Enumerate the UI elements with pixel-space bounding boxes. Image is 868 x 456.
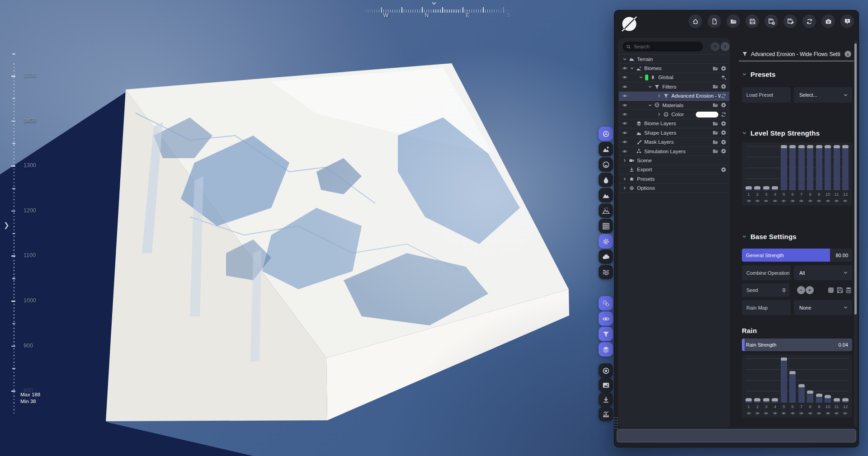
step-bar-11[interactable]	[834, 145, 840, 190]
chevron-down-icon[interactable]	[646, 85, 654, 89]
tree-row-materials[interactable]: Materials	[619, 101, 729, 110]
panel-resize-handle[interactable]	[614, 417, 618, 430]
chevron-right-icon[interactable]	[621, 177, 628, 181]
visibility-button[interactable]	[599, 311, 613, 326]
screenshot-button[interactable]	[821, 14, 835, 28]
water-waves-button[interactable]	[599, 265, 613, 279]
refresh-icon[interactable]	[721, 112, 726, 118]
visibility-eye-icon[interactable]	[621, 84, 628, 89]
tree-row-global[interactable]: Global	[619, 73, 729, 82]
step-visibility-eye-icon[interactable]	[772, 198, 778, 203]
seed-decrement-button[interactable]	[797, 286, 805, 294]
step-visibility-eye-icon[interactable]	[781, 411, 787, 416]
tree-row-mask-layers[interactable]: Mask Layers	[619, 138, 729, 147]
folder-icon[interactable]	[712, 130, 718, 136]
visibility-eye-icon[interactable]	[621, 66, 628, 71]
step-visibility-eye-icon[interactable]	[789, 198, 796, 203]
step-visibility-eye-icon[interactable]	[816, 198, 822, 203]
water-button[interactable]	[599, 173, 613, 187]
open-file-button[interactable]	[726, 14, 740, 28]
plus-icon[interactable]	[721, 139, 726, 145]
settings-scrollbar[interactable]	[854, 40, 857, 427]
step-bar-3[interactable]	[763, 398, 769, 403]
save-edit-button[interactable]	[783, 14, 797, 28]
step-bar-4[interactable]	[772, 186, 778, 190]
step-bar-5[interactable]	[781, 145, 787, 190]
step-visibility-eye-icon[interactable]	[763, 411, 769, 416]
statistics-button[interactable]	[599, 407, 613, 421]
step-visibility-eye-icon[interactable]	[745, 198, 752, 203]
chevron-right-icon[interactable]	[656, 94, 663, 98]
plus-icon[interactable]	[721, 66, 726, 71]
layers-button[interactable]	[599, 342, 613, 357]
chevron-right-icon[interactable]	[621, 158, 628, 163]
auto-settings-button[interactable]	[599, 296, 613, 310]
chevron-down-icon[interactable]	[621, 57, 628, 61]
randomize-seed-dice-icon[interactable]	[827, 287, 835, 294]
expand-left-panel-chevron[interactable]: ❯	[4, 221, 9, 229]
folder-icon[interactable]	[712, 148, 718, 154]
chevron-right-icon[interactable]	[656, 112, 663, 117]
visibility-eye-icon[interactable]	[621, 75, 628, 80]
step-visibility-eye-icon[interactable]	[834, 198, 840, 203]
tree-row-terrain[interactable]: Terrain	[619, 55, 729, 64]
tree-row-presets[interactable]: Presets	[619, 174, 729, 183]
step-bar-8[interactable]	[807, 145, 813, 190]
section-base-settings[interactable]: Base Settings	[742, 231, 797, 241]
tree-row-biome-layers[interactable]: Biome Layers	[619, 119, 729, 128]
planet-view-button[interactable]	[599, 157, 613, 172]
step-visibility-eye-icon[interactable]	[807, 411, 813, 416]
step-bar-11[interactable]	[834, 398, 840, 403]
save-seed-icon[interactable]	[836, 287, 844, 294]
search-input[interactable]: Search	[623, 42, 703, 52]
plus-icon[interactable]	[721, 148, 726, 154]
color-swatch[interactable]	[696, 112, 718, 118]
clouds-button[interactable]	[599, 249, 613, 264]
step-bar-10[interactable]	[825, 395, 831, 403]
terrain-detail-button[interactable]	[599, 203, 613, 218]
plus-icon[interactable]	[721, 84, 726, 89]
visibility-eye-icon[interactable]	[621, 149, 628, 154]
terrain-sky-button[interactable]	[599, 142, 613, 156]
step-bar-9[interactable]	[816, 145, 822, 190]
chevron-down-icon[interactable]	[637, 75, 645, 80]
seed-field[interactable]: Seed 0	[742, 283, 789, 297]
info-icon[interactable]	[844, 50, 852, 58]
step-visibility-eye-icon[interactable]	[842, 411, 849, 416]
step-bar-1[interactable]	[745, 398, 752, 403]
step-bar-4[interactable]	[772, 398, 778, 403]
new-file-button[interactable]	[708, 14, 721, 28]
folder-icon[interactable]	[712, 102, 718, 108]
step-bar-8[interactable]	[807, 390, 813, 403]
step-visibility-eye-icon[interactable]	[763, 198, 769, 203]
step-visibility-eye-icon[interactable]	[754, 411, 760, 416]
step-bar-7[interactable]	[798, 145, 805, 190]
plus-icon[interactable]	[721, 102, 726, 108]
refresh-icon[interactable]	[721, 93, 726, 99]
rain-strength-slider[interactable]: Rain Strength 0.04	[742, 338, 852, 351]
chevron-right-icon[interactable]	[621, 186, 628, 190]
rain-distribution-chart[interactable]: 123456789101112	[742, 355, 852, 418]
step-bar-2[interactable]	[754, 186, 760, 190]
tree-row-simulation-layers[interactable]: Simulation Layers	[619, 147, 729, 156]
step-visibility-eye-icon[interactable]	[754, 198, 760, 203]
visibility-eye-icon[interactable]	[621, 121, 628, 126]
step-visibility-eye-icon[interactable]	[834, 411, 840, 416]
visibility-eye-icon[interactable]	[621, 130, 628, 136]
plus-icon[interactable]	[721, 130, 726, 136]
seed-history-stack-icon[interactable]	[845, 287, 852, 294]
visibility-eye-icon[interactable]	[621, 103, 628, 108]
step-bar-5[interactable]	[781, 357, 787, 403]
folder-icon[interactable]	[712, 139, 718, 145]
filters-button[interactable]	[599, 327, 613, 341]
tree-row-options[interactable]: Options	[619, 183, 729, 193]
combine-operation-select[interactable]: All	[794, 265, 852, 280]
section-level-step-strengths[interactable]: Level Step Strengths	[742, 128, 820, 138]
step-bar-9[interactable]	[816, 394, 822, 403]
folder-icon[interactable]	[712, 84, 718, 89]
step-visibility-eye-icon[interactable]	[781, 198, 787, 203]
record-button[interactable]	[599, 363, 613, 378]
step-visibility-eye-icon[interactable]	[816, 411, 822, 416]
mountains-button[interactable]	[599, 188, 613, 202]
app-logo-icon[interactable]	[621, 15, 638, 33]
